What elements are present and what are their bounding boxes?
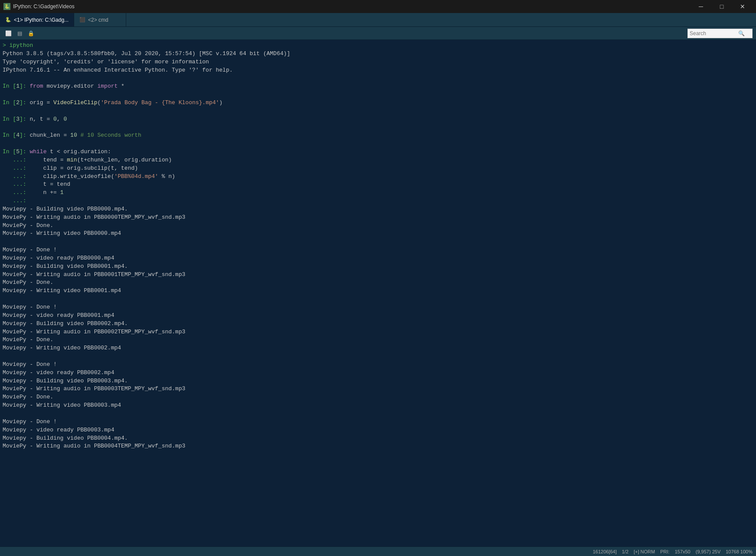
input-cont-2: ...: clip = orig.subclip(t, tend): [3, 164, 753, 173]
output-line-3: Type 'copyright', 'credits' or 'license'…: [3, 58, 753, 66]
app-icon: 🐍: [3, 3, 10, 10]
out-doneex-0003: Moviepy - Done !: [3, 418, 753, 426]
status-pane-text: 1/2: [622, 549, 628, 554]
out-writing-0000: Moviepy - Writing video PBB0000.mp4: [3, 230, 753, 238]
toolbar-btn-1[interactable]: ⬜: [3, 29, 13, 38]
status-mode-text: [+] NORM: [634, 549, 655, 554]
tab-label-2: <2> cmd: [88, 17, 108, 23]
toolbar-left: ⬜ ▤ 🔒: [3, 29, 36, 38]
input-cont-5: ...: n += 1: [3, 189, 753, 197]
tab-label-1: <1> IPython: C:\Gadg...: [14, 17, 69, 23]
output-line-blank4: [3, 123, 753, 132]
output-line-blank2: [3, 91, 753, 99]
input-line-5: In [5]: while t < orig.duration:: [3, 148, 753, 156]
search-button[interactable]: 🔍: [737, 30, 746, 36]
out-doneex-0001: Moviepy - Done !: [3, 303, 753, 312]
out-done-0003: MoviePy - Done.: [3, 393, 753, 401]
out-audio-0002: MoviePy - Writing audio in PBB0002TEMP_M…: [3, 328, 753, 336]
search-box[interactable]: 🔍: [687, 29, 753, 38]
out-done-0001: MoviePy - Done.: [3, 279, 753, 287]
tab-bar: 🐍 <1> IPython: C:\Gadg... ⬛ <2> cmd: [0, 13, 756, 27]
input-line-1: In [1]: from moviepy.editor import *: [3, 82, 753, 91]
out-done-0002: MoviePy - Done.: [3, 336, 753, 344]
title-bar-left: 🐍 IPython: C:\Gadget\Videos: [3, 3, 75, 10]
output-line-4: IPython 7.16.1 -- An enhanced Interactiv…: [3, 66, 753, 75]
tab-icon-1: 🐍: [5, 17, 11, 23]
status-coords-text: (9,957) 25V: [696, 549, 720, 554]
input-line-4: In [4]: chunk_len = 10 # 10 Seconds wort…: [3, 132, 753, 140]
input-cont-6: ...:: [3, 197, 753, 205]
status-pri-text: PRI:: [660, 549, 669, 554]
output-line-1: > ipython: [3, 42, 753, 50]
title-bar: 🐍 IPython: C:\Gadget\Videos ─ □ ✕: [0, 0, 756, 13]
out-doneex-0002: Moviepy - Done !: [3, 361, 753, 369]
toolbar: ⬜ ▤ 🔒 🔍: [0, 27, 756, 40]
out-audio-0001: MoviePy - Writing audio in PBB0001TEMP_M…: [3, 271, 753, 279]
status-coords: (9,957) 25V: [696, 549, 720, 554]
status-mode: [+] NORM: [634, 549, 655, 554]
status-position-text: 161206[64]: [593, 549, 617, 554]
input-line-2: In [2]: orig = VideoFileClip('Prada Body…: [3, 99, 753, 107]
status-pane: 1/2: [622, 549, 628, 554]
window-controls[interactable]: ─ □ ✕: [691, 0, 753, 13]
status-bar: 161206[64] 1/2 [+] NORM PRI: 157x50 (9,9…: [0, 546, 756, 556]
maximize-button[interactable]: □: [712, 0, 732, 13]
terminal-content[interactable]: > ipython Python 3.8.5 (tags/v3.8.5:580f…: [0, 40, 756, 546]
out-writing-0001: Moviepy - Writing video PBB0001.mp4: [3, 287, 753, 295]
output-line-blank1: [3, 74, 753, 82]
out-blank-0003a: [3, 410, 753, 418]
toolbar-btn-2[interactable]: ▤: [15, 29, 24, 38]
toolbar-btn-3[interactable]: 🔒: [26, 29, 36, 38]
input-line-3: In [3]: n, t = 0, 0: [3, 115, 753, 124]
input-cont-3: ...: clip.write_videofile('PBB%04d.mp4' …: [3, 173, 753, 181]
out-ready-0003: Moviepy - video ready PBB0003.mp4: [3, 426, 753, 434]
output-line-blank3: [3, 107, 753, 115]
out-writing-0003: Moviepy - Writing video PBB0003.mp4: [3, 401, 753, 410]
out-build-0004: Moviepy - Building video PBB0004.mp4.: [3, 434, 753, 443]
out-writing-0002: Moviepy - Writing video PBB0002.mp4: [3, 344, 753, 352]
search-input[interactable]: [690, 30, 737, 36]
out-build-0000: Moviepy - Building video PBB0000.mp4.: [3, 205, 753, 214]
minimize-button[interactable]: ─: [691, 0, 711, 13]
out-audio-0000: MoviePy - Writing audio in PBB0000TEMP_M…: [3, 214, 753, 222]
status-size-text: 157x50: [675, 549, 691, 554]
tab-cmd[interactable]: ⬛ <2> cmd: [74, 13, 126, 26]
out-build-0002: Moviepy - Building video PBB0002.mp4.: [3, 320, 753, 328]
out-blank-0002a: [3, 352, 753, 361]
out-ready-0001: Moviepy - video ready PBB0001.mp4: [3, 312, 753, 320]
out-doneex-0000: Moviepy - Done !: [3, 246, 753, 254]
status-zoom-text: 10768 100%: [726, 549, 753, 554]
status-position: 161206[64]: [593, 549, 617, 554]
tab-icon-2: ⬛: [79, 17, 85, 23]
out-blank-0000a: [3, 238, 753, 246]
out-ready-0000: Moviepy - video ready PBB0000.mp4: [3, 254, 753, 263]
input-cont-1: ...: tend = min(t+chunk_len, orig.durati…: [3, 156, 753, 164]
out-build-0003: Moviepy - Building video PBB0003.mp4.: [3, 377, 753, 385]
tab-ipython[interactable]: 🐍 <1> IPython: C:\Gadg...: [0, 13, 74, 26]
status-pri: PRI:: [660, 549, 669, 554]
status-zoom: 10768 100%: [726, 549, 753, 554]
output-line-blank5: [3, 140, 753, 148]
out-blank-0001a: [3, 295, 753, 303]
input-cont-4: ...: t = tend: [3, 181, 753, 189]
status-size: 157x50: [675, 549, 691, 554]
out-build-0001: Moviepy - Building video PBB0001.mp4.: [3, 263, 753, 271]
out-ready-0002: Moviepy - video ready PBB0002.mp4: [3, 369, 753, 377]
out-audio-0003: MoviePy - Writing audio in PBB0003TEMP_M…: [3, 385, 753, 393]
window-title: IPython: C:\Gadget\Videos: [13, 3, 75, 10]
output-line-2: Python 3.8.5 (tags/v3.8.5:580fbb0, Jul 2…: [3, 50, 753, 58]
close-button[interactable]: ✕: [733, 0, 753, 13]
out-done-0000: MoviePy - Done.: [3, 222, 753, 230]
out-audio-0004: MoviePy - Writing audio in PBB0004TEMP_M…: [3, 442, 753, 451]
